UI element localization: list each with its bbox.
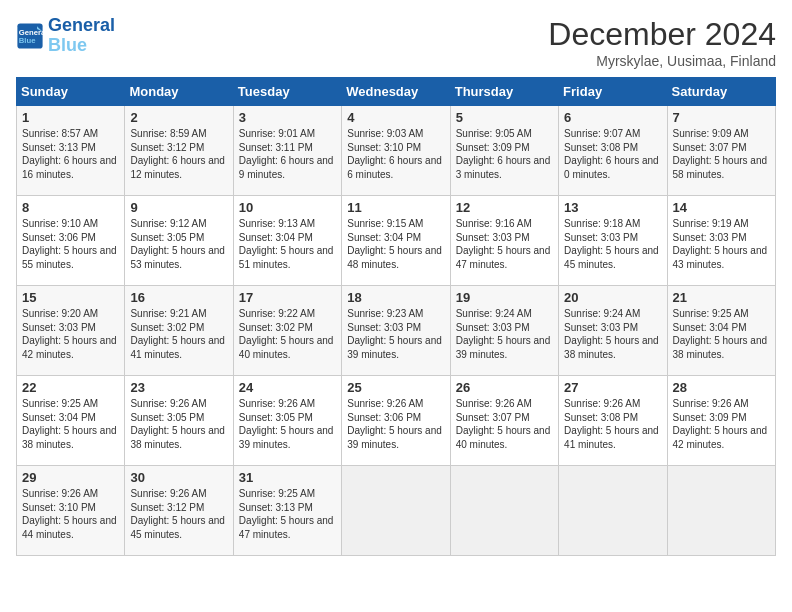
cell-info: Sunrise: 9:25 AMSunset: 3:04 PMDaylight:… bbox=[673, 308, 768, 360]
header-day-monday: Monday bbox=[125, 78, 233, 106]
cell-info: Sunrise: 9:21 AMSunset: 3:02 PMDaylight:… bbox=[130, 308, 225, 360]
calendar-cell: 18 Sunrise: 9:23 AMSunset: 3:03 PMDaylig… bbox=[342, 286, 450, 376]
calendar-cell: 7 Sunrise: 9:09 AMSunset: 3:07 PMDayligh… bbox=[667, 106, 775, 196]
calendar-cell: 5 Sunrise: 9:05 AMSunset: 3:09 PMDayligh… bbox=[450, 106, 558, 196]
calendar-cell: 20 Sunrise: 9:24 AMSunset: 3:03 PMDaylig… bbox=[559, 286, 667, 376]
cell-info: Sunrise: 9:24 AMSunset: 3:03 PMDaylight:… bbox=[456, 308, 551, 360]
calendar-cell: 8 Sunrise: 9:10 AMSunset: 3:06 PMDayligh… bbox=[17, 196, 125, 286]
cell-info: Sunrise: 8:57 AMSunset: 3:13 PMDaylight:… bbox=[22, 128, 117, 180]
calendar-cell: 24 Sunrise: 9:26 AMSunset: 3:05 PMDaylig… bbox=[233, 376, 341, 466]
calendar-cell: 27 Sunrise: 9:26 AMSunset: 3:08 PMDaylig… bbox=[559, 376, 667, 466]
cell-info: Sunrise: 9:26 AMSunset: 3:12 PMDaylight:… bbox=[130, 488, 225, 540]
svg-text:General: General bbox=[19, 27, 44, 36]
day-number: 31 bbox=[239, 470, 336, 485]
calendar-cell bbox=[667, 466, 775, 556]
cell-info: Sunrise: 9:05 AMSunset: 3:09 PMDaylight:… bbox=[456, 128, 551, 180]
calendar-cell: 23 Sunrise: 9:26 AMSunset: 3:05 PMDaylig… bbox=[125, 376, 233, 466]
header-day-friday: Friday bbox=[559, 78, 667, 106]
day-number: 21 bbox=[673, 290, 770, 305]
day-number: 3 bbox=[239, 110, 336, 125]
calendar-cell: 14 Sunrise: 9:19 AMSunset: 3:03 PMDaylig… bbox=[667, 196, 775, 286]
page-header: General Blue GeneralBlue December 2024 M… bbox=[16, 16, 776, 69]
cell-info: Sunrise: 9:26 AMSunset: 3:10 PMDaylight:… bbox=[22, 488, 117, 540]
calendar-cell: 6 Sunrise: 9:07 AMSunset: 3:08 PMDayligh… bbox=[559, 106, 667, 196]
calendar-cell: 4 Sunrise: 9:03 AMSunset: 3:10 PMDayligh… bbox=[342, 106, 450, 196]
day-number: 17 bbox=[239, 290, 336, 305]
location-subtitle: Myrskylae, Uusimaa, Finland bbox=[548, 53, 776, 69]
calendar-header-row: SundayMondayTuesdayWednesdayThursdayFrid… bbox=[17, 78, 776, 106]
day-number: 27 bbox=[564, 380, 661, 395]
cell-info: Sunrise: 9:26 AMSunset: 3:05 PMDaylight:… bbox=[239, 398, 334, 450]
cell-info: Sunrise: 9:22 AMSunset: 3:02 PMDaylight:… bbox=[239, 308, 334, 360]
header-day-wednesday: Wednesday bbox=[342, 78, 450, 106]
calendar-cell: 9 Sunrise: 9:12 AMSunset: 3:05 PMDayligh… bbox=[125, 196, 233, 286]
calendar-cell: 10 Sunrise: 9:13 AMSunset: 3:04 PMDaylig… bbox=[233, 196, 341, 286]
logo-text: GeneralBlue bbox=[48, 16, 115, 56]
calendar-week-row: 8 Sunrise: 9:10 AMSunset: 3:06 PMDayligh… bbox=[17, 196, 776, 286]
day-number: 18 bbox=[347, 290, 444, 305]
cell-info: Sunrise: 9:19 AMSunset: 3:03 PMDaylight:… bbox=[673, 218, 768, 270]
calendar-cell: 3 Sunrise: 9:01 AMSunset: 3:11 PMDayligh… bbox=[233, 106, 341, 196]
cell-info: Sunrise: 9:16 AMSunset: 3:03 PMDaylight:… bbox=[456, 218, 551, 270]
cell-info: Sunrise: 9:20 AMSunset: 3:03 PMDaylight:… bbox=[22, 308, 117, 360]
cell-info: Sunrise: 9:25 AMSunset: 3:13 PMDaylight:… bbox=[239, 488, 334, 540]
calendar-cell: 17 Sunrise: 9:22 AMSunset: 3:02 PMDaylig… bbox=[233, 286, 341, 376]
calendar-cell: 26 Sunrise: 9:26 AMSunset: 3:07 PMDaylig… bbox=[450, 376, 558, 466]
cell-info: Sunrise: 9:03 AMSunset: 3:10 PMDaylight:… bbox=[347, 128, 442, 180]
calendar-cell: 31 Sunrise: 9:25 AMSunset: 3:13 PMDaylig… bbox=[233, 466, 341, 556]
day-number: 19 bbox=[456, 290, 553, 305]
day-number: 25 bbox=[347, 380, 444, 395]
day-number: 7 bbox=[673, 110, 770, 125]
day-number: 30 bbox=[130, 470, 227, 485]
cell-info: Sunrise: 8:59 AMSunset: 3:12 PMDaylight:… bbox=[130, 128, 225, 180]
calendar-week-row: 1 Sunrise: 8:57 AMSunset: 3:13 PMDayligh… bbox=[17, 106, 776, 196]
header-day-thursday: Thursday bbox=[450, 78, 558, 106]
header-day-tuesday: Tuesday bbox=[233, 78, 341, 106]
cell-info: Sunrise: 9:15 AMSunset: 3:04 PMDaylight:… bbox=[347, 218, 442, 270]
calendar-cell: 25 Sunrise: 9:26 AMSunset: 3:06 PMDaylig… bbox=[342, 376, 450, 466]
calendar-cell: 11 Sunrise: 9:15 AMSunset: 3:04 PMDaylig… bbox=[342, 196, 450, 286]
header-day-saturday: Saturday bbox=[667, 78, 775, 106]
day-number: 9 bbox=[130, 200, 227, 215]
calendar-cell: 2 Sunrise: 8:59 AMSunset: 3:12 PMDayligh… bbox=[125, 106, 233, 196]
cell-info: Sunrise: 9:26 AMSunset: 3:06 PMDaylight:… bbox=[347, 398, 442, 450]
day-number: 11 bbox=[347, 200, 444, 215]
calendar-cell bbox=[559, 466, 667, 556]
calendar-cell: 13 Sunrise: 9:18 AMSunset: 3:03 PMDaylig… bbox=[559, 196, 667, 286]
cell-info: Sunrise: 9:13 AMSunset: 3:04 PMDaylight:… bbox=[239, 218, 334, 270]
calendar-cell bbox=[450, 466, 558, 556]
calendar-cell: 15 Sunrise: 9:20 AMSunset: 3:03 PMDaylig… bbox=[17, 286, 125, 376]
day-number: 23 bbox=[130, 380, 227, 395]
day-number: 29 bbox=[22, 470, 119, 485]
calendar-cell: 16 Sunrise: 9:21 AMSunset: 3:02 PMDaylig… bbox=[125, 286, 233, 376]
cell-info: Sunrise: 9:12 AMSunset: 3:05 PMDaylight:… bbox=[130, 218, 225, 270]
cell-info: Sunrise: 9:25 AMSunset: 3:04 PMDaylight:… bbox=[22, 398, 117, 450]
header-day-sunday: Sunday bbox=[17, 78, 125, 106]
calendar-cell: 19 Sunrise: 9:24 AMSunset: 3:03 PMDaylig… bbox=[450, 286, 558, 376]
calendar-week-row: 22 Sunrise: 9:25 AMSunset: 3:04 PMDaylig… bbox=[17, 376, 776, 466]
cell-info: Sunrise: 9:07 AMSunset: 3:08 PMDaylight:… bbox=[564, 128, 659, 180]
cell-info: Sunrise: 9:18 AMSunset: 3:03 PMDaylight:… bbox=[564, 218, 659, 270]
calendar-cell: 22 Sunrise: 9:25 AMSunset: 3:04 PMDaylig… bbox=[17, 376, 125, 466]
calendar-cell: 21 Sunrise: 9:25 AMSunset: 3:04 PMDaylig… bbox=[667, 286, 775, 376]
svg-text:Blue: Blue bbox=[19, 36, 36, 45]
title-area: December 2024 Myrskylae, Uusimaa, Finlan… bbox=[548, 16, 776, 69]
day-number: 26 bbox=[456, 380, 553, 395]
day-number: 1 bbox=[22, 110, 119, 125]
cell-info: Sunrise: 9:26 AMSunset: 3:05 PMDaylight:… bbox=[130, 398, 225, 450]
calendar-body: 1 Sunrise: 8:57 AMSunset: 3:13 PMDayligh… bbox=[17, 106, 776, 556]
day-number: 10 bbox=[239, 200, 336, 215]
day-number: 14 bbox=[673, 200, 770, 215]
day-number: 13 bbox=[564, 200, 661, 215]
cell-info: Sunrise: 9:01 AMSunset: 3:11 PMDaylight:… bbox=[239, 128, 334, 180]
month-title: December 2024 bbox=[548, 16, 776, 53]
cell-info: Sunrise: 9:24 AMSunset: 3:03 PMDaylight:… bbox=[564, 308, 659, 360]
calendar-week-row: 29 Sunrise: 9:26 AMSunset: 3:10 PMDaylig… bbox=[17, 466, 776, 556]
day-number: 2 bbox=[130, 110, 227, 125]
day-number: 6 bbox=[564, 110, 661, 125]
cell-info: Sunrise: 9:23 AMSunset: 3:03 PMDaylight:… bbox=[347, 308, 442, 360]
day-number: 24 bbox=[239, 380, 336, 395]
logo-icon: General Blue bbox=[16, 22, 44, 50]
calendar-cell: 30 Sunrise: 9:26 AMSunset: 3:12 PMDaylig… bbox=[125, 466, 233, 556]
day-number: 20 bbox=[564, 290, 661, 305]
